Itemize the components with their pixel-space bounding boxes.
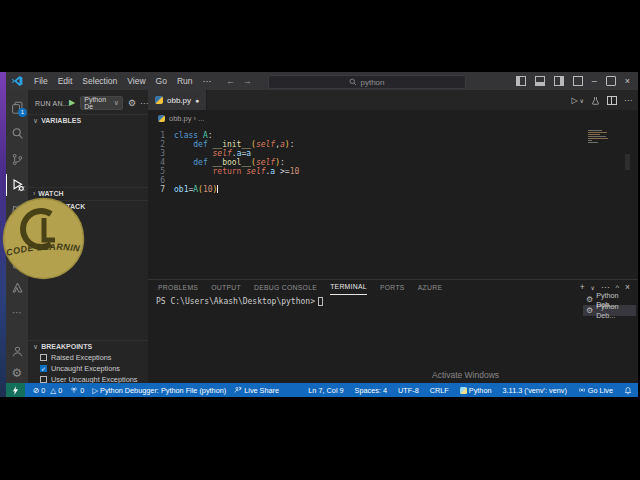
line-number: 3 (148, 149, 174, 158)
eol-sequence[interactable]: CRLF (430, 386, 449, 395)
split-editor-icon[interactable] (607, 96, 617, 105)
ports-status[interactable]: 0 (70, 386, 84, 395)
editor-caret (217, 185, 218, 193)
code-line[interactable]: self.a=a (174, 149, 299, 158)
section-variables[interactable]: ∨ VARIABLES (28, 114, 148, 126)
settings-gear-icon[interactable]: ⚙ (6, 362, 28, 384)
run-or-debug-icon[interactable] (591, 96, 600, 105)
menu-selection[interactable]: Selection (77, 72, 122, 90)
panel-tab-azure[interactable]: AZURE (418, 281, 443, 295)
language-mode[interactable]: Python (460, 386, 492, 395)
scrollbar-slider[interactable] (625, 154, 630, 170)
azure-icon[interactable] (6, 276, 28, 298)
chevron-right-icon: › (33, 190, 35, 197)
section-breakpoints[interactable]: ∨ BREAKPOINTS (28, 340, 148, 352)
code-editor[interactable]: 1234567 class A: def __init__(self,a): s… (148, 126, 638, 279)
code-line[interactable]: def __bool__(self): (174, 158, 299, 167)
titlebar: FileEditSelectionViewGoRun⋯ ← → python –… (6, 72, 638, 90)
debug-settings-gear-icon[interactable]: ⚙ (128, 99, 136, 108)
run-dropdown-chevron-icon[interactable]: ∨ (580, 97, 584, 104)
minimize-button[interactable]: – (592, 72, 597, 90)
new-terminal-icon[interactable]: + (580, 282, 585, 292)
panel-tab-problems[interactable]: PROBLEMS (158, 281, 198, 295)
editor-actions: ▷ ∨ ⋯ (571, 90, 632, 110)
more-activity-icon[interactable]: ⋯ (6, 301, 28, 323)
bottom-panel: PROBLEMSOUTPUTDEBUG CONSOLETERMINALPORTS… (148, 279, 638, 383)
panel-tab-debug-console[interactable]: DEBUG CONSOLE (254, 281, 317, 295)
debugger-label: Python Debugger: Python File (python) (100, 386, 226, 395)
toggle-sidebar-icon[interactable] (516, 76, 526, 86)
live-share-icon (234, 386, 242, 394)
checkbox-checked[interactable]: ✓ (40, 365, 47, 372)
panel-tab-terminal[interactable]: TERMINAL (330, 280, 367, 295)
chevron-down-icon: ∨ (33, 117, 38, 125)
code-line[interactable]: class A: (174, 131, 299, 140)
search-sidebar-icon[interactable] (6, 122, 28, 144)
vscode-window: FileEditSelectionViewGoRun⋯ ← → python –… (6, 72, 638, 397)
customize-layout-icon[interactable] (573, 76, 583, 86)
terminal-dropdown-chevron-icon[interactable]: ∨ (591, 284, 595, 291)
checkbox-unchecked[interactable] (40, 354, 47, 361)
explorer-icon[interactable]: 1 (6, 96, 28, 118)
panel-tabs: PROBLEMSOUTPUTDEBUG CONSOLETERMINALPORTS… (148, 280, 638, 295)
breakpoint-item[interactable]: Raised Exceptions (40, 352, 146, 362)
code-lines: class A: def __init__(self,a): self.a=a … (174, 126, 299, 279)
python-interpreter[interactable]: 3.11.3 ('venv': venv) (503, 386, 567, 395)
checkbox-unchecked[interactable] (40, 376, 47, 383)
debug-config-dropdown[interactable]: Python De ∨ (80, 96, 123, 110)
menu-file[interactable]: File (29, 72, 53, 90)
sidebar-header: RUN AN... ▶ Python De ∨ ⚙ ⋯ (28, 95, 148, 111)
warning-count: 0 (58, 386, 62, 395)
menu-edit[interactable]: Edit (53, 72, 78, 90)
notifications-bell-icon[interactable] (624, 386, 632, 395)
code-line[interactable]: ob1=A(10) (174, 185, 299, 194)
tab-obb-py[interactable]: obb.py ● (148, 90, 207, 110)
breakpoint-item[interactable]: ✓Uncaught Exceptions (40, 363, 146, 373)
terminal-output[interactable]: PS C:\Users\Akash\Desktop\python> (156, 297, 323, 306)
live-share-status[interactable]: Live Share (234, 386, 279, 395)
editor-group: obb.py ● ▷ ∨ ⋯ obb.py › ... (148, 90, 638, 383)
menu-go[interactable]: Go (151, 72, 172, 90)
debug-more-icon[interactable]: ⋯ (140, 99, 148, 108)
section-label: WATCH (38, 190, 63, 197)
code-line[interactable] (174, 176, 299, 185)
problems-status[interactable]: ⊘ 0 △ 0 (33, 386, 62, 395)
unsaved-dot-icon[interactable]: ● (195, 97, 199, 104)
debugger-status[interactable]: ▷ Python Debugger: Python File (python) (92, 386, 226, 395)
panel-tab-ports[interactable]: PORTS (380, 281, 405, 295)
code-line[interactable]: def __init__(self,a): (174, 140, 299, 149)
toggle-panel-icon[interactable] (535, 76, 545, 86)
menu-view[interactable]: View (122, 72, 150, 90)
line-number: 1 (148, 131, 174, 140)
close-button[interactable]: × (625, 72, 630, 90)
breadcrumb[interactable]: obb.py › ... (148, 110, 638, 126)
indentation[interactable]: Spaces: 4 (355, 386, 387, 395)
command-center-search[interactable]: python (268, 75, 466, 89)
cursor-position[interactable]: Ln 7, Col 9 (308, 386, 343, 395)
source-control-icon[interactable] (6, 148, 28, 170)
go-live-status[interactable]: Go Live (578, 386, 613, 395)
encoding[interactable]: UTF-8 (398, 386, 419, 395)
nav-back-icon[interactable]: ← (226, 76, 241, 86)
panel-tab-output[interactable]: OUTPUT (211, 281, 241, 295)
main-area: 1 (6, 90, 638, 383)
remote-indicator[interactable] (6, 383, 25, 397)
menu-run[interactable]: Run (172, 72, 198, 90)
terminal-list-item[interactable]: ⚙Python Deb... (583, 305, 636, 316)
live-share-label: Live Share (244, 386, 279, 395)
nav-forward-icon[interactable]: → (243, 76, 258, 86)
section-label: BREAKPOINTS (41, 343, 92, 350)
start-debug-icon[interactable]: ▶ (69, 99, 75, 107)
account-icon[interactable] (6, 340, 28, 362)
editor-more-icon[interactable]: ⋯ (624, 96, 632, 105)
debug-config-label: Python De (84, 96, 112, 110)
maximize-button[interactable] (606, 76, 616, 86)
minimap[interactable] (588, 130, 612, 144)
code-line[interactable]: return self.a >=10 (174, 167, 299, 176)
chevron-down-icon: ∨ (114, 99, 119, 107)
radio-tower-icon (70, 386, 78, 394)
toggle-secondary-sidebar-icon[interactable] (554, 76, 564, 86)
menu-[interactable]: ⋯ (198, 72, 217, 90)
run-python-file-icon[interactable]: ▷ (571, 96, 577, 105)
run-and-debug-icon[interactable] (6, 174, 29, 196)
